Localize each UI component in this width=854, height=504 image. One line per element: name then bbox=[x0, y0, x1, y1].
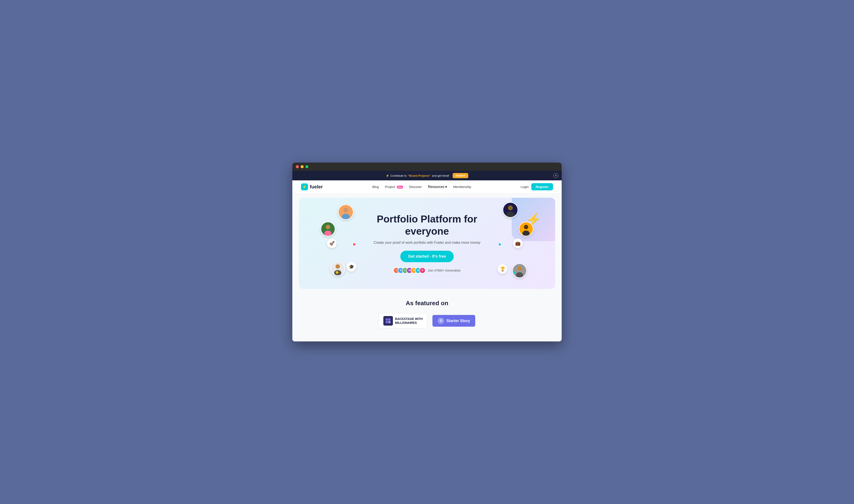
backstage-text: BACKSTAGE WITH MILLIONAIRES bbox=[395, 317, 423, 325]
svg-rect-19 bbox=[388, 319, 390, 321]
nav-link-blog[interactable]: Blog bbox=[372, 185, 379, 188]
login-button[interactable]: Login bbox=[521, 185, 529, 188]
avatar-face-1 bbox=[338, 204, 353, 220]
dropdown-chevron-icon: ▾ bbox=[445, 185, 447, 189]
get-started-button[interactable]: Get started - It's free bbox=[400, 251, 454, 262]
logo-text: fueler bbox=[310, 184, 323, 190]
hero-center-content: Portfolio Platform for everyone Create y… bbox=[373, 213, 481, 273]
nav-link-project[interactable]: Project New bbox=[385, 185, 403, 188]
avatar-face-4 bbox=[503, 202, 518, 218]
float-avatar-2 bbox=[320, 222, 335, 236]
hero-lightning-decoration: ⚡ bbox=[512, 198, 555, 241]
float-avatar-6 bbox=[512, 263, 527, 278]
svg-point-17 bbox=[516, 272, 523, 278]
hero-title-line1: Portfolio Platform for bbox=[377, 213, 477, 224]
browser-window: ⚡ Contribute to "Brand Projects" and get… bbox=[292, 163, 562, 341]
svg-rect-18 bbox=[386, 319, 388, 321]
announcement-text: ⚡ Contribute to "Brand Projects" and get… bbox=[386, 173, 469, 178]
svg-point-7 bbox=[335, 264, 340, 269]
featured-title: As featured on bbox=[299, 300, 555, 307]
announcement-post-text: and get hired! bbox=[432, 174, 449, 177]
avatar-face-3 bbox=[331, 261, 345, 276]
float-avatar-4 bbox=[503, 202, 518, 218]
float-avatar-3 bbox=[330, 261, 345, 276]
nav-actions: Login Register bbox=[521, 183, 553, 190]
svg-point-16 bbox=[517, 267, 522, 271]
backstage-icon bbox=[383, 316, 393, 326]
browser-dot-green[interactable] bbox=[306, 165, 309, 168]
starter-story-text: Starter Story bbox=[446, 319, 470, 323]
logo[interactable]: ⚡ fueler bbox=[301, 183, 323, 190]
decoration-dot-red bbox=[353, 243, 355, 246]
nav-item-resources[interactable]: Resources ▾ bbox=[428, 185, 447, 189]
svg-point-14 bbox=[523, 231, 530, 236]
nav-link-resources[interactable]: Resources ▾ bbox=[428, 185, 447, 189]
navbar: ⚡ fueler Blog Project New Discover Resou… bbox=[292, 180, 562, 193]
explore-button[interactable]: Explore bbox=[453, 173, 468, 178]
backstage-name-line1: BACKSTAGE WITH bbox=[395, 317, 423, 321]
main-content: ⚡ bbox=[292, 193, 562, 341]
nav-item-discover[interactable]: Discover bbox=[409, 185, 422, 189]
logo-icon: ⚡ bbox=[301, 183, 308, 190]
featured-logos: BACKSTAGE WITH MILLIONAIRES S Starter St… bbox=[299, 313, 555, 328]
svg-point-4 bbox=[326, 225, 330, 229]
avatar-stack: J K L M N O P bbox=[393, 267, 425, 273]
briefcase-icon: 💼 bbox=[513, 238, 523, 248]
nav-item-project[interactable]: Project New bbox=[385, 185, 403, 189]
nav-item-membership[interactable]: Membership bbox=[453, 185, 471, 189]
join-text: Join 47800+ Generalists bbox=[428, 269, 460, 272]
float-avatar-5 bbox=[519, 222, 534, 236]
svg-rect-21 bbox=[388, 321, 390, 323]
browser-dot-red[interactable] bbox=[296, 165, 299, 168]
svg-point-5 bbox=[325, 231, 332, 236]
nav-links: Blog Project New Discover Resources ▾ Me… bbox=[372, 185, 471, 189]
svg-rect-20 bbox=[386, 321, 388, 323]
browser-chrome bbox=[292, 163, 562, 171]
decoration-dot-teal-bottom bbox=[514, 272, 516, 274]
svg-point-11 bbox=[506, 211, 515, 218]
svg-point-1 bbox=[343, 208, 348, 213]
avatar-face-2 bbox=[321, 222, 335, 236]
nav-link-membership[interactable]: Membership bbox=[453, 185, 471, 188]
starter-story-logo[interactable]: S Starter Story bbox=[432, 315, 475, 327]
announcement-lightning: ⚡ bbox=[386, 174, 389, 177]
trophy-icon: 🏆 bbox=[498, 264, 507, 274]
starter-icon: S bbox=[438, 318, 444, 324]
svg-point-2 bbox=[342, 214, 350, 220]
rocket-icon: 🚀 bbox=[327, 238, 337, 248]
nav-item-blog[interactable]: Blog bbox=[372, 185, 379, 189]
avatar-face-6 bbox=[513, 263, 526, 278]
hero-title: Portfolio Platform for everyone bbox=[373, 213, 481, 237]
project-new-badge: New bbox=[397, 185, 403, 188]
join-community: J K L M N O P Join 47800+ Generalists bbox=[373, 267, 481, 273]
avatar-face-5 bbox=[519, 222, 533, 236]
svg-point-10 bbox=[508, 205, 513, 210]
decoration-dot-teal bbox=[499, 243, 501, 246]
hero-title-line2: everyone bbox=[405, 226, 449, 237]
graduation-hat-icon: 🎓 bbox=[347, 262, 356, 272]
svg-point-13 bbox=[524, 225, 528, 229]
backstage-svg bbox=[385, 318, 391, 324]
backstage-name-line2: MILLIONAIRES bbox=[395, 321, 423, 325]
announcement-pre-text: Contribute to bbox=[390, 174, 406, 177]
float-avatar-1 bbox=[338, 204, 353, 220]
register-button[interactable]: Register bbox=[531, 183, 553, 190]
featured-section: As featured on BACKSTAGE WITH MILLIONAIR… bbox=[299, 289, 555, 333]
announcement-brand-link[interactable]: "Brand Projects" bbox=[408, 174, 431, 177]
announcement-bar: ⚡ Contribute to "Brand Projects" and get… bbox=[292, 171, 562, 180]
backstage-logo[interactable]: BACKSTAGE WITH MILLIONAIRES bbox=[379, 313, 427, 328]
browser-dot-yellow[interactable] bbox=[301, 165, 303, 168]
nav-link-discover[interactable]: Discover bbox=[409, 185, 422, 188]
decoration-dot-yellow bbox=[336, 271, 338, 274]
mini-avatar-7: P bbox=[419, 267, 425, 273]
close-announcement-button[interactable]: ✕ bbox=[553, 173, 558, 178]
hero-subtitle: Create your proof of work portfolio with… bbox=[373, 241, 481, 245]
hero-section: ⚡ bbox=[299, 198, 555, 289]
